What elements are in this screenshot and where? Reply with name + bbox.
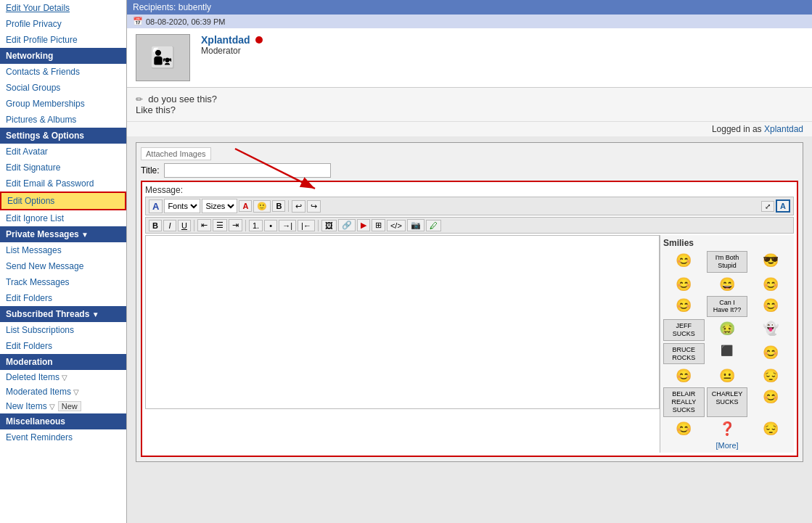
sidebar-item-profile-privacy[interactable]: Profile Privacy <box>0 16 126 32</box>
separator-1 <box>288 200 289 212</box>
title-input[interactable] <box>164 163 331 178</box>
toolbar-bold-btn[interactable]: B <box>149 220 162 231</box>
smiley-9[interactable]: 😊 <box>663 366 705 385</box>
sidebar-item-edit-options[interactable]: Edit Options <box>0 192 126 210</box>
sidebar-item-pictures[interactable]: Pictures & Albums <box>0 112 126 128</box>
new-badge: New <box>58 401 81 411</box>
toolbar-color-btn[interactable]: A <box>239 200 252 212</box>
toolbar-smiley-btn[interactable]: 🙂 <box>253 200 271 213</box>
smiley-stupid[interactable]: I'm BothStupid <box>707 251 748 273</box>
sidebar-item-list-messages[interactable]: List Messages <box>0 242 126 258</box>
toolbar-table-btn[interactable]: ⊞ <box>372 219 385 231</box>
smiley-question[interactable]: ❓ <box>707 419 748 438</box>
smiley-11[interactable]: 😊 <box>663 419 705 438</box>
toolbar-erase-btn[interactable]: 🖊 <box>426 220 441 231</box>
recipients-value: bubently <box>179 2 211 12</box>
toolbar-font-size-btn[interactable]: A <box>776 199 790 213</box>
smiley-7[interactable]: 😊 <box>750 296 791 318</box>
smiley-jeff-sucks[interactable]: JEFFSUCKS <box>663 319 705 341</box>
moderation-header: Moderation <box>0 354 126 370</box>
toolbar-indent-btn[interactable]: →| <box>279 220 296 231</box>
sidebar-item-social-groups[interactable]: Social Groups <box>0 80 126 96</box>
smiley-neutral[interactable]: 😐 <box>707 366 748 385</box>
smiley-1[interactable]: 😊 <box>663 251 705 273</box>
toolbar-code-btn[interactable]: </> <box>387 220 406 231</box>
sidebar-item-group-memberships[interactable]: Group Memberships <box>0 96 126 112</box>
smiley-belair-sucks[interactable]: BELAIRREALLY SUCKS <box>663 387 705 416</box>
toolbar-align-left-btn[interactable]: ⇤ <box>197 219 211 231</box>
separator-4 <box>318 220 319 231</box>
moderated-items-arrow: ▽ <box>73 388 79 396</box>
post-intro: do you see this? <box>148 94 217 104</box>
fonts-select[interactable]: Fonts <box>164 199 200 213</box>
smiley-can-i-have-it[interactable]: Can IHave It?? <box>707 296 748 318</box>
sidebar-item-moderated-items[interactable]: Moderated Items ▽ <box>0 384 126 399</box>
toolbar-undo-btn[interactable]: ↩ <box>292 200 305 213</box>
sidebar-item-edit-email[interactable]: Edit Email & Password <box>0 176 126 192</box>
text-area-wrapper <box>145 235 660 453</box>
sidebar-item-event-reminders[interactable]: Event Reminders <box>0 429 126 445</box>
smilies-more-link[interactable]: [More] <box>663 441 791 450</box>
smiley-dark[interactable]: ⬛ <box>707 343 748 365</box>
sidebar-item-new-items[interactable]: New Items ▽ New <box>0 399 126 413</box>
toolbar-italic-btn[interactable]: I <box>163 220 176 231</box>
toolbar-align-center-btn[interactable]: ☰ <box>213 219 227 231</box>
message-textarea[interactable] <box>145 235 660 409</box>
recipients-label: Recipients: <box>133 2 176 12</box>
smiley-10[interactable]: 😊 <box>750 387 791 416</box>
toolbar-ol-btn[interactable]: 1. <box>249 220 263 231</box>
smiley-4[interactable]: 😄 <box>707 275 748 294</box>
sidebar-item-edit-ignore[interactable]: Edit Ignore List <box>0 210 126 226</box>
smiley-ghost[interactable]: 👻 <box>750 319 791 341</box>
sidebar: Edit Your Details Profile Privacy Edit P… <box>0 0 127 523</box>
recipients-bar: Recipients: bubently <box>127 0 812 15</box>
smiley-5[interactable]: 😊 <box>750 275 791 294</box>
toolbar-font-style-btn[interactable]: A <box>149 199 163 213</box>
new-items-arrow: ▽ <box>49 403 55 411</box>
sidebar-item-edit-profile-picture[interactable]: Edit Profile Picture <box>0 32 126 48</box>
sidebar-item-edit-avatar[interactable]: Edit Avatar <box>0 144 126 160</box>
settings-header: Settings & Options <box>0 128 126 144</box>
smiley-8[interactable]: 😊 <box>750 343 791 365</box>
smilies-panel: Smilies 😊 I'm BothStupid 😎 😊 😄 😊 😊 Can I… <box>660 235 794 453</box>
sidebar-item-track-messages[interactable]: Track Messages <box>0 274 126 290</box>
toolbar-align-right-btn[interactable]: ⇥ <box>229 219 242 231</box>
smilies-grid: 😊 I'm BothStupid 😎 😊 😄 😊 😊 Can IHave It?… <box>663 251 791 438</box>
toolbar-outdent-btn[interactable]: |← <box>298 220 315 231</box>
sidebar-item-edit-folders-pm[interactable]: Edit Folders <box>0 290 126 306</box>
sidebar-item-list-subscriptions[interactable]: List Subscriptions <box>0 322 126 338</box>
toolbar-expand-btn[interactable]: ⤢ <box>761 201 774 212</box>
toolbar-ul-btn[interactable]: • <box>264 220 277 231</box>
smiley-cool[interactable]: 😎 <box>750 251 791 273</box>
username-link[interactable]: Xplantdad <box>201 34 250 46</box>
smiley-charley-sucks[interactable]: CHARLEYSUCKS <box>707 387 748 416</box>
post-content-section: ✏ do you see this? Like this? <box>127 88 812 122</box>
smiley-6[interactable]: 😊 <box>663 296 705 318</box>
sidebar-item-edit-signature[interactable]: Edit Signature <box>0 160 126 176</box>
smiley-3[interactable]: 😊 <box>663 275 705 294</box>
miscellaneous-header: Miscellaneous <box>0 413 126 429</box>
subscribed-threads-header: Subscribed Threads ▼ <box>0 306 126 322</box>
post-date: 08-08-2020, 06:39 PM <box>146 17 225 26</box>
toolbar-picture-btn[interactable]: 📷 <box>407 219 425 231</box>
toolbar-link-btn[interactable]: 🔗 <box>338 219 356 231</box>
sidebar-item-contacts[interactable]: Contacts & Friends <box>0 64 126 80</box>
smilies-title: Smilies <box>663 238 791 248</box>
smiley-sad[interactable]: 😔 <box>750 366 791 385</box>
sidebar-item-send-message[interactable]: Send New Message <box>0 258 126 274</box>
toolbar-underline-btn[interactable]: U <box>178 220 191 231</box>
toolbar-img-btn[interactable]: 🖼 <box>321 220 337 231</box>
smiley-12[interactable]: 😔 <box>750 419 791 438</box>
toolbar-redo-btn[interactable]: ↪ <box>307 200 321 213</box>
avatar <box>136 34 190 81</box>
toolbar-bold-btn2[interactable]: B <box>272 200 285 212</box>
sidebar-item-edit-details[interactable]: Edit Your Details <box>0 0 126 16</box>
sizes-select[interactable]: Sizes <box>202 199 237 213</box>
toolbar-video-btn[interactable]: ▶ <box>357 219 370 231</box>
smiley-bruce-rocks[interactable]: BRUCEROCKS <box>663 343 705 365</box>
sidebar-item-edit-folders-sub[interactable]: Edit Folders <box>0 338 126 354</box>
sidebar-item-deleted-items[interactable]: Deleted Items ▽ <box>0 370 126 384</box>
smiley-sick[interactable]: 🤢 <box>707 319 748 341</box>
attached-images-label: Attached Images <box>141 147 211 160</box>
logged-in-user-link[interactable]: Xplantdad <box>764 124 803 134</box>
